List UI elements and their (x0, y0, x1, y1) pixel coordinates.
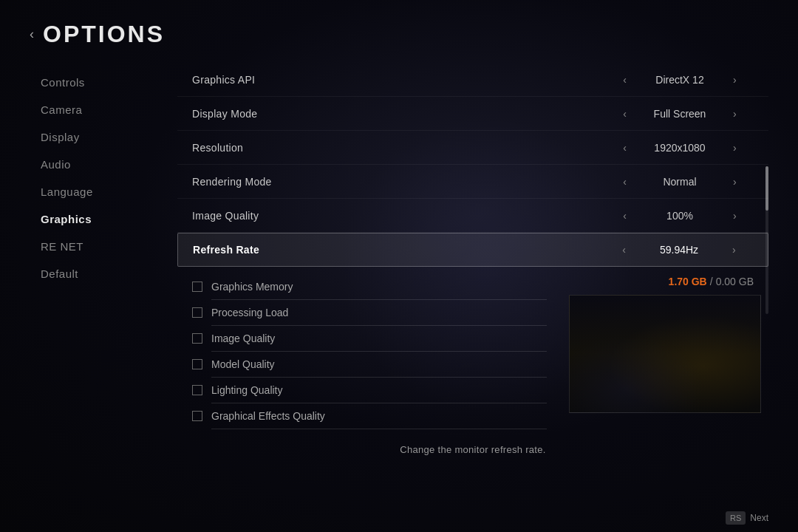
memory-separator: / (710, 276, 713, 287)
content-wrapper: ‹ OPTIONS Controls Camera Display Audio … (0, 0, 798, 532)
setting-value-area-rendering-mode: ‹ Normal › (606, 176, 754, 188)
checkbox-label-image-quality: Image Quality (211, 332, 275, 344)
setting-row-graphics-api: Graphics API ‹ DirectX 12 › (177, 63, 768, 97)
setting-value-area-resolution: ‹ 1920x1080 › (606, 142, 754, 154)
setting-row-refresh-rate[interactable]: Refresh Rate ‹ 59.94Hz › (177, 233, 768, 267)
status-bar: Change the monitor refresh rate. (177, 434, 768, 461)
setting-value-display-mode: Full Screen (635, 108, 724, 120)
setting-row-rendering-mode: Rendering Mode ‹ Normal › (177, 165, 768, 199)
chevron-left-image-quality[interactable]: ‹ (623, 210, 627, 222)
memory-used: 1.70 GB (669, 276, 707, 287)
chevron-left-graphics-api[interactable]: ‹ (623, 74, 627, 86)
memory-info: 1.70 GB / 0.00 GB (562, 268, 768, 295)
divider-graphical-effects (211, 429, 547, 429)
main-layout: Controls Camera Display Audio Language G… (0, 55, 798, 508)
chevron-left-display-mode[interactable]: ‹ (623, 108, 627, 120)
checkbox-row-graphics-memory[interactable]: Graphics Memory (177, 274, 562, 299)
setting-value-area-image-quality: ‹ 100% › (606, 210, 754, 222)
lower-section: Graphics Memory Processing Load Image Qu… (177, 270, 768, 434)
checkbox-graphics-memory[interactable] (192, 282, 202, 292)
setting-label-refresh-rate: Refresh Rate (193, 244, 605, 256)
preview-scene (570, 296, 760, 412)
setting-label-image-quality: Image Quality (192, 210, 606, 222)
sidebar-item-controls[interactable]: Controls (41, 70, 163, 95)
next-button-label: Next (750, 513, 768, 523)
settings-list: Graphics API ‹ DirectX 12 › Display Mode… (177, 63, 768, 267)
rs-icon: RS (726, 511, 746, 525)
sidebar-item-camera[interactable]: Camera (41, 98, 163, 122)
checkbox-label-lighting-quality: Lighting Quality (211, 384, 283, 396)
checkbox-label-model-quality: Model Quality (211, 358, 275, 370)
preview-panel: 1.70 GB / 0.00 GB (562, 268, 768, 434)
chevron-right-image-quality[interactable]: › (733, 210, 737, 222)
next-button[interactable]: RS Next (726, 511, 768, 525)
chevron-right-resolution[interactable]: › (733, 142, 737, 154)
sidebar-item-re-net[interactable]: RE NET (41, 234, 163, 259)
checkbox-row-model-quality[interactable]: Model Quality (177, 352, 562, 377)
status-message: Change the monitor refresh rate. (400, 444, 545, 455)
preview-image (569, 295, 761, 413)
setting-value-area-display-mode: ‹ Full Screen › (606, 108, 754, 120)
chevron-left-refresh-rate[interactable]: ‹ (622, 244, 626, 256)
checkbox-row-graphical-effects[interactable]: Graphical Effects Quality (177, 403, 562, 429)
sidebar-item-display[interactable]: Display (41, 125, 163, 149)
header: ‹ OPTIONS (0, 0, 798, 55)
setting-value-area-graphics-api: ‹ DirectX 12 › (606, 74, 754, 86)
checkbox-label-processing-load: Processing Load (211, 307, 288, 318)
checkbox-processing-load[interactable] (192, 307, 202, 318)
setting-label-rendering-mode: Rendering Mode (192, 176, 606, 188)
chevron-right-graphics-api[interactable]: › (733, 74, 737, 86)
setting-label-graphics-api: Graphics API (192, 74, 606, 86)
page-title: OPTIONS (43, 21, 165, 48)
back-arrow-icon[interactable]: ‹ (30, 27, 34, 42)
setting-value-resolution: 1920x1080 (635, 142, 724, 154)
setting-row-display-mode: Display Mode ‹ Full Screen › (177, 97, 768, 131)
setting-label-resolution: Resolution (192, 142, 606, 154)
setting-value-image-quality: 100% (635, 210, 724, 222)
chevron-left-rendering-mode[interactable]: ‹ (623, 176, 627, 188)
checkbox-image-quality[interactable] (192, 333, 202, 344)
checkbox-row-processing-load[interactable]: Processing Load (177, 300, 562, 325)
setting-row-resolution: Resolution ‹ 1920x1080 › (177, 131, 768, 165)
chevron-left-resolution[interactable]: ‹ (623, 142, 627, 154)
checkbox-row-image-quality-cb[interactable]: Image Quality (177, 326, 562, 351)
setting-row-image-quality: Image Quality ‹ 100% › (177, 199, 768, 233)
sidebar-item-audio[interactable]: Audio (41, 152, 163, 177)
nav-footer: RS Next (0, 508, 798, 532)
setting-value-refresh-rate: 59.94Hz (635, 244, 723, 256)
sidebar: Controls Camera Display Audio Language G… (0, 63, 163, 508)
chevron-right-display-mode[interactable]: › (733, 108, 737, 120)
chevron-right-refresh-rate[interactable]: › (732, 244, 736, 256)
checkbox-lighting-quality[interactable] (192, 385, 202, 395)
chevron-right-rendering-mode[interactable]: › (733, 176, 737, 188)
sidebar-item-default[interactable]: Default (41, 262, 163, 286)
scrollbar-thumb[interactable] (765, 166, 768, 211)
checkbox-list: Graphics Memory Processing Load Image Qu… (177, 270, 562, 434)
checkbox-model-quality[interactable] (192, 359, 202, 369)
sidebar-item-graphics[interactable]: Graphics (41, 207, 163, 231)
settings-panel: Graphics API ‹ DirectX 12 › Display Mode… (163, 63, 798, 508)
setting-value-area-refresh-rate: ‹ 59.94Hz › (605, 244, 753, 256)
checkbox-label-graphical-effects: Graphical Effects Quality (211, 410, 325, 422)
checkbox-label-graphics-memory: Graphics Memory (211, 281, 293, 293)
setting-value-rendering-mode: Normal (635, 176, 724, 188)
setting-label-display-mode: Display Mode (192, 108, 606, 120)
checkbox-graphical-effects[interactable] (192, 411, 202, 421)
memory-total: 0.00 GB (716, 276, 754, 287)
checkbox-row-lighting-quality[interactable]: Lighting Quality (177, 378, 562, 403)
sidebar-item-language[interactable]: Language (41, 180, 163, 204)
setting-value-graphics-api: DirectX 12 (635, 74, 724, 86)
scrollbar[interactable] (765, 166, 768, 314)
